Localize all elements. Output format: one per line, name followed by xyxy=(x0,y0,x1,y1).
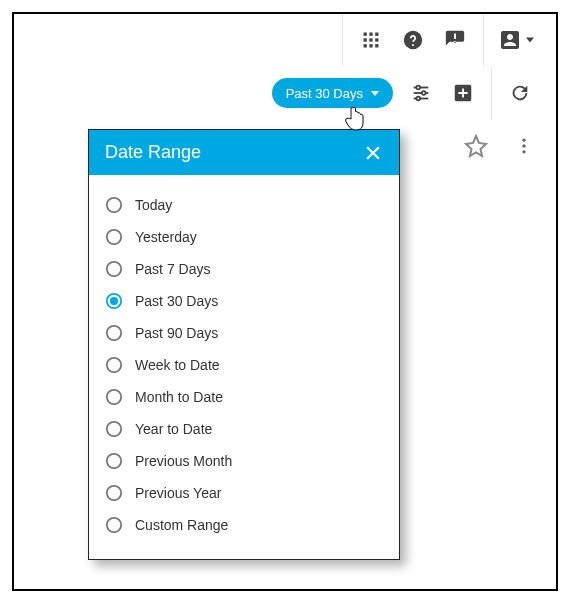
svg-point-22 xyxy=(107,230,121,244)
top-bar-group-account xyxy=(483,14,548,66)
option-label: Year to Date xyxy=(135,421,212,437)
option-label: Past 7 Days xyxy=(135,261,210,277)
date-range-option[interactable]: Past 7 Days xyxy=(105,253,383,285)
svg-point-32 xyxy=(107,518,121,532)
chevron-down-icon xyxy=(526,36,534,44)
tool-bar: Past 30 Days xyxy=(14,66,556,120)
add-box-icon[interactable] xyxy=(449,79,477,107)
option-label: Week to Date xyxy=(135,357,220,373)
app-frame: Past 30 Days Date Range xyxy=(12,12,558,591)
radio-icon xyxy=(105,356,123,374)
chevron-down-icon xyxy=(371,91,379,96)
radio-icon xyxy=(105,196,123,214)
tool-bar-group-refresh xyxy=(491,66,548,120)
option-label: Today xyxy=(135,197,172,213)
svg-point-27 xyxy=(107,358,121,372)
option-label: Past 30 Days xyxy=(135,293,218,309)
row-actions xyxy=(462,132,538,160)
radio-icon xyxy=(105,228,123,246)
star-outline-icon[interactable] xyxy=(462,132,490,160)
announcement-icon[interactable] xyxy=(441,26,469,54)
radio-icon xyxy=(105,516,123,534)
tune-icon[interactable] xyxy=(407,79,435,107)
option-label: Custom Range xyxy=(135,517,228,533)
date-range-option[interactable]: Month to Date xyxy=(105,381,383,413)
date-range-option[interactable]: Yesterday xyxy=(105,221,383,253)
radio-icon xyxy=(105,388,123,406)
date-range-option[interactable]: Custom Range xyxy=(105,509,383,541)
svg-point-13 xyxy=(416,86,420,90)
top-bar xyxy=(14,14,556,66)
radio-icon xyxy=(105,420,123,438)
panel-body: TodayYesterdayPast 7 DaysPast 30 DaysPas… xyxy=(89,175,399,559)
option-label: Previous Year xyxy=(135,485,221,501)
more-vert-icon[interactable] xyxy=(510,132,538,160)
date-range-option[interactable]: Past 90 Days xyxy=(105,317,383,349)
svg-rect-6 xyxy=(364,44,367,47)
radio-icon xyxy=(105,452,123,470)
svg-rect-4 xyxy=(369,38,372,41)
svg-point-29 xyxy=(107,422,121,436)
svg-point-23 xyxy=(107,262,121,276)
radio-icon xyxy=(105,292,123,310)
radio-icon xyxy=(105,260,123,278)
refresh-icon[interactable] xyxy=(506,79,534,107)
svg-rect-8 xyxy=(375,44,378,47)
date-range-pill[interactable]: Past 30 Days xyxy=(272,78,393,108)
svg-rect-5 xyxy=(375,38,378,41)
radio-icon xyxy=(105,324,123,342)
date-range-option[interactable]: Week to Date xyxy=(105,349,383,381)
svg-point-18 xyxy=(522,150,525,153)
date-range-pill-label: Past 30 Days xyxy=(286,86,363,101)
panel-title: Date Range xyxy=(105,142,201,163)
tool-bar-group-filters: Past 30 Days xyxy=(258,66,491,120)
svg-point-14 xyxy=(422,91,426,95)
date-range-option[interactable]: Previous Month xyxy=(105,445,383,477)
option-label: Previous Month xyxy=(135,453,232,469)
svg-rect-2 xyxy=(375,33,378,36)
svg-point-31 xyxy=(107,486,121,500)
help-icon[interactable] xyxy=(399,26,427,54)
option-label: Past 90 Days xyxy=(135,325,218,341)
date-range-option[interactable]: Past 30 Days xyxy=(105,285,383,317)
date-range-panel: Date Range TodayYesterdayPast 7 DaysPast… xyxy=(88,129,400,560)
svg-point-28 xyxy=(107,390,121,404)
svg-point-30 xyxy=(107,454,121,468)
svg-point-16 xyxy=(522,139,525,142)
apps-icon[interactable] xyxy=(357,26,385,54)
svg-point-25 xyxy=(110,297,118,305)
top-bar-group-tools xyxy=(342,14,483,66)
svg-rect-0 xyxy=(364,33,367,36)
date-range-option[interactable]: Today xyxy=(105,189,383,221)
svg-rect-3 xyxy=(364,38,367,41)
svg-rect-1 xyxy=(369,33,372,36)
account-icon[interactable] xyxy=(498,26,534,54)
close-icon[interactable] xyxy=(363,143,383,163)
option-label: Yesterday xyxy=(135,229,197,245)
svg-rect-7 xyxy=(369,44,372,47)
svg-point-17 xyxy=(522,144,525,147)
svg-point-15 xyxy=(416,97,420,101)
svg-point-26 xyxy=(107,326,121,340)
radio-icon xyxy=(105,484,123,502)
panel-header: Date Range xyxy=(89,130,399,175)
date-range-option[interactable]: Year to Date xyxy=(105,413,383,445)
svg-point-21 xyxy=(107,198,121,212)
option-label: Month to Date xyxy=(135,389,223,405)
date-range-option[interactable]: Previous Year xyxy=(105,477,383,509)
